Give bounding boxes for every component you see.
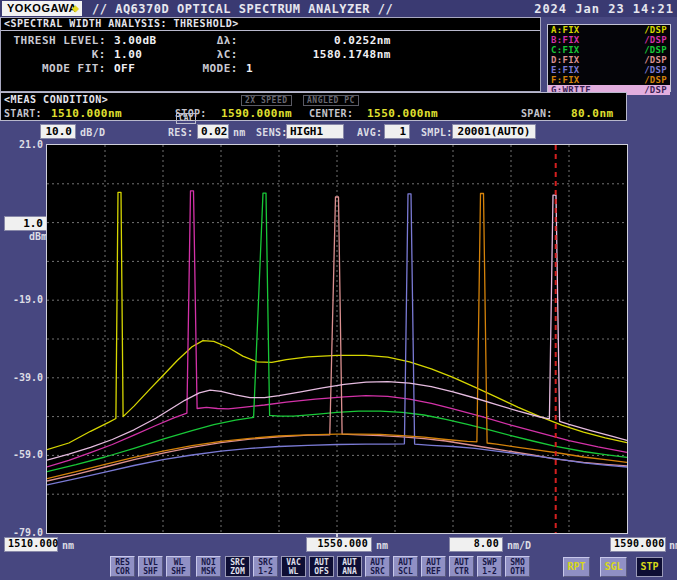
legend-trace-mode: /DSP <box>644 75 667 85</box>
toolbar-button-text: WL <box>167 558 190 567</box>
legend-trace-label: D:FIX <box>551 55 580 65</box>
toolbar-button-text: ANA <box>338 567 361 576</box>
header-bar: YOKOGAWA ◆ // AQ6370D OPTICAL SPECTRUM A… <box>0 0 677 17</box>
toolbar-button-vac-wl[interactable]: VACWL <box>281 556 306 577</box>
toolbar-button-text: SRC <box>254 558 277 567</box>
legend-trace-label: B:FIX <box>551 35 580 45</box>
avg-value-box[interactable]: 1 <box>384 124 410 139</box>
meas-field-value: 1590.000nm <box>221 107 292 120</box>
x-start-unit: nm <box>62 540 74 551</box>
rpt-button[interactable]: RPT <box>563 557 590 577</box>
x-scale-box[interactable]: 8.00 <box>449 537 503 552</box>
toolbar-button-text: SCL <box>394 567 417 576</box>
meas-title: <MEAS CONDITION> <box>4 94 108 105</box>
smpl-label: SMPL: <box>421 127 453 138</box>
toolbar-button-aut-ana[interactable]: AUTANA <box>337 556 362 577</box>
analysis-label: λC: <box>177 48 238 61</box>
legend-trace-mode: /DSP <box>644 65 667 75</box>
toolbar-button-aut-src[interactable]: AUTSRC <box>365 556 390 577</box>
legend-row-e[interactable]: E:FIX/DSP <box>548 65 670 75</box>
toolbar-button-text: WL <box>282 567 305 576</box>
legend-row-d[interactable]: D:FIX/DSP <box>548 55 670 65</box>
analysis-value: 1580.1748nm <box>246 48 391 61</box>
toolbar-button-text: OFS <box>310 567 333 576</box>
toolbar-button-src-1-2[interactable]: SRC1-2 <box>253 556 278 577</box>
analysis-value: 1.00 <box>114 48 143 61</box>
analysis-label: Δλ: <box>177 34 238 47</box>
toolbar-button-smo-oth[interactable]: SMOOTH <box>505 556 530 577</box>
toolbar-button-text: ZOM <box>226 567 249 576</box>
toolbar-button-src-zom[interactable]: SRCZOM <box>225 556 250 577</box>
avg-label: AVG: <box>357 127 382 138</box>
toolbar-button-lvl-shf[interactable]: LVLSHF <box>138 556 163 577</box>
sens-value-box[interactable]: HIGH1 <box>286 124 344 139</box>
toolbar-button-text: SWP <box>478 558 501 567</box>
analysis-label: THRESH LEVEL: <box>1 34 106 47</box>
toolbar-button-aut-ofs[interactable]: AUTOFS <box>309 556 334 577</box>
analysis-row: K:1.00λC:1580.1748nm <box>1 48 540 62</box>
level-scale-unit: dB/D <box>80 127 105 138</box>
toolbar-button-aut-ref[interactable]: AUTREF <box>421 556 446 577</box>
smpl-value-box[interactable]: 20001(AUTO) <box>452 124 536 139</box>
status-badge-2x-speed: 2X SPEED <box>241 95 292 106</box>
legend-trace-label: F:FIX <box>551 75 580 85</box>
analysis-label: MODE FIT: <box>1 62 106 75</box>
ref-level-box[interactable]: 1.0 <box>4 216 47 231</box>
toolbar-button-text: AUT <box>366 558 389 567</box>
status-badge-angled-pc: ANGLED PC <box>303 95 359 106</box>
ref-unit-label: dBm <box>0 231 47 242</box>
legend-trace-label: E:FIX <box>551 65 580 75</box>
x-start-box[interactable]: 1510.000 <box>4 537 58 552</box>
analysis-title: <SPECTRAL WIDTH ANALYSIS: THRESHOLD> <box>4 18 239 29</box>
legend-row-b[interactable]: B:FIX/DSP <box>548 35 670 45</box>
legend-trace-mode: /DSP <box>644 45 667 55</box>
res-value-box[interactable]: 0.02 <box>197 124 229 139</box>
toolbar-button-aut-ctr[interactable]: AUTCTR <box>449 556 474 577</box>
toolbar-button-text: AUT <box>310 558 333 567</box>
y-axis-label: -19.0 <box>0 294 43 305</box>
toolbar-button-text: AUT <box>338 558 361 567</box>
legend-row-c[interactable]: C:FIX/DSP <box>548 45 670 55</box>
analysis-value: OFF <box>114 62 135 75</box>
osa-screen: { "header": { "logo": "YOKOGAWA", "logo_… <box>0 0 677 580</box>
spectral-analysis-panel: <SPECTRAL WIDTH ANALYSIS: THRESHOLD> THR… <box>0 17 541 92</box>
analysis-row: THRESH LEVEL:3.00dBΔλ:0.0252nm <box>1 34 540 48</box>
toolbar-button-noi-msk[interactable]: NOIMSK <box>196 556 221 577</box>
toolbar-button-res-cor[interactable]: RESCOR <box>110 556 135 577</box>
toolbar-button-text: AUT <box>394 558 417 567</box>
meas-field-value: 1550.000nm <box>367 107 438 120</box>
x-center-unit: nm <box>376 540 388 551</box>
sgl-button[interactable]: SGL <box>600 557 627 577</box>
toolbar-button-text: SRC <box>366 567 389 576</box>
legend-trace-mode: /DSP <box>644 55 667 65</box>
x-stop-box[interactable]: 1590.000 <box>610 537 666 552</box>
toolbar-button-aut-scl[interactable]: AUTSCL <box>393 556 418 577</box>
legend-trace-label: C:FIX <box>551 45 580 55</box>
meas-field-label: CENTER: <box>309 108 353 119</box>
y-axis-label: -59.0 <box>0 449 43 460</box>
level-scale-box[interactable]: 10.0 <box>40 124 76 139</box>
x-scale-unit: nm/D <box>507 540 531 551</box>
res-unit: nm <box>233 127 246 138</box>
toolbar-button-swp-1-2[interactable]: SWP1-2 <box>477 556 502 577</box>
toolbar-button-text: AUT <box>422 558 445 567</box>
analysis-label: MODE: <box>177 62 238 75</box>
stp-button[interactable]: STP <box>636 557 663 577</box>
legend-row-f[interactable]: F:FIX/DSP <box>548 75 670 85</box>
legend-row-a[interactable]: A:FIX/DSP <box>548 25 670 35</box>
toolbar-button-text: AUT <box>450 558 473 567</box>
x-center-box[interactable]: 1550.000 <box>306 537 372 552</box>
analysis-label: K: <box>1 48 106 61</box>
yokogawa-logo: YOKOGAWA <box>2 1 82 16</box>
toolbar-button-text: 1-2 <box>478 567 501 576</box>
meas-field-label: SPAN: <box>521 108 553 119</box>
legend-trace-mode: /DSP <box>644 35 667 45</box>
meas-field-value: 1510.000nm <box>51 107 122 120</box>
toolbar-button-text: SRC <box>226 558 249 567</box>
toolbar-button-text: LVL <box>139 558 162 567</box>
toolbar-button-text: VAC <box>282 558 305 567</box>
y-axis-top-label: 21.0 <box>0 139 43 150</box>
analysis-value: 0.0252nm <box>246 34 391 47</box>
meas-field-label: START: <box>4 108 42 119</box>
toolbar-button-wl-shf[interactable]: WLSHF <box>166 556 191 577</box>
